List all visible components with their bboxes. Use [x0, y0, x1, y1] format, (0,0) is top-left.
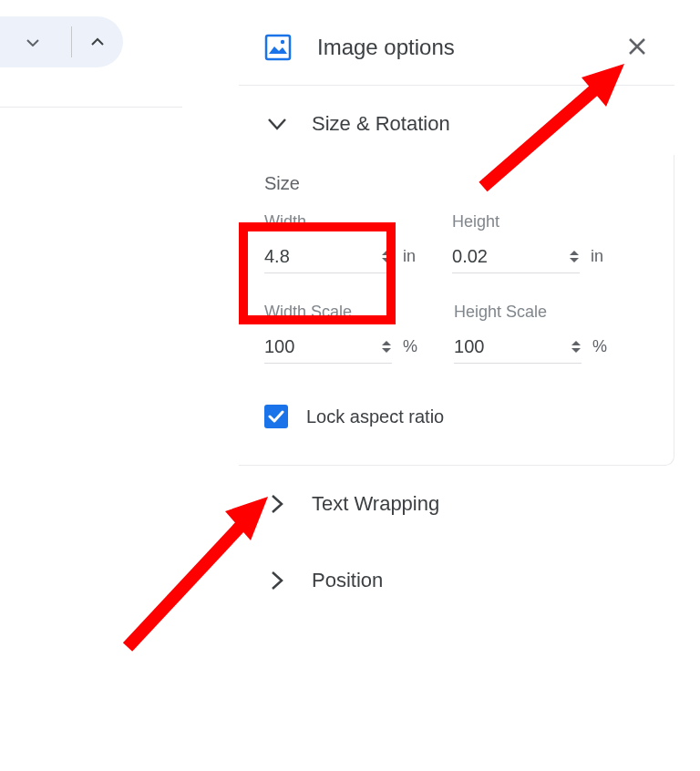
stepper-icon[interactable] — [571, 340, 582, 354]
stepper-icon[interactable] — [569, 250, 580, 263]
lock-aspect-ratio-row[interactable]: Lock aspect ratio — [264, 405, 648, 428]
caret-up-icon[interactable] — [90, 34, 105, 50]
chevron-right-icon — [264, 568, 290, 593]
image-options-panel: Image options Size & Rotation Size Width… — [239, 14, 674, 619]
width-scale-value: 100 — [264, 336, 381, 357]
width-unit: in — [403, 247, 416, 273]
dropdown-chevron-icon — [26, 34, 39, 50]
section-header-text-wrapping[interactable]: Text Wrapping — [239, 466, 674, 542]
width-scale-input[interactable]: 100 — [264, 336, 392, 364]
width-input[interactable]: 4.8 — [264, 246, 392, 273]
height-scale-unit: % — [592, 337, 607, 364]
section-title: Size & Rotation — [312, 112, 450, 136]
height-unit: in — [591, 247, 603, 273]
panel-title: Image options — [317, 35, 627, 60]
horizontal-rule — [0, 107, 182, 108]
height-value: 0.02 — [452, 246, 569, 267]
height-scale-value: 100 — [454, 336, 571, 357]
checkbox-checked-icon[interactable] — [264, 405, 288, 428]
svg-point-1 — [281, 40, 284, 44]
width-label: Width — [264, 212, 392, 231]
width-scale-label: Width Scale — [264, 303, 392, 322]
height-input[interactable]: 0.02 — [452, 246, 580, 273]
section-header-position[interactable]: Position — [239, 542, 674, 619]
height-label: Height — [452, 212, 580, 231]
width-value: 4.8 — [264, 246, 381, 267]
section-title: Position — [312, 569, 383, 592]
size-heading: Size — [264, 173, 648, 194]
svg-line-4 — [128, 510, 255, 647]
image-icon — [264, 34, 292, 61]
height-scale-input[interactable]: 100 — [454, 336, 582, 364]
panel-header: Image options — [239, 14, 674, 86]
stepper-icon[interactable] — [381, 340, 392, 354]
divider — [71, 26, 72, 57]
lock-aspect-label: Lock aspect ratio — [306, 406, 444, 427]
chevron-right-icon — [264, 491, 290, 517]
svg-rect-0 — [266, 36, 290, 59]
chevron-down-icon — [264, 111, 290, 137]
height-scale-label: Height Scale — [454, 303, 582, 322]
section-title: Text Wrapping — [312, 492, 439, 516]
width-scale-unit: % — [403, 337, 417, 364]
stepper-icon[interactable] — [381, 250, 392, 263]
close-icon[interactable] — [627, 36, 649, 58]
toolbar-mode-selector[interactable]: iting — [0, 16, 123, 67]
size-rotation-card: Size Width 4.8 in Height — [239, 155, 674, 466]
section-header-size-rotation[interactable]: Size & Rotation — [239, 86, 674, 155]
